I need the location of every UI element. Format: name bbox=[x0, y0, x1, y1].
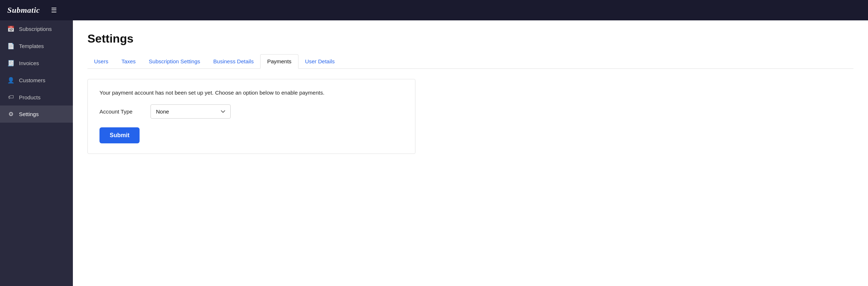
tab-subscription-settings[interactable]: Subscription Settings bbox=[142, 55, 207, 69]
sidebar: 📅 Subscriptions 📄 Templates 🧾 Invoices 👤… bbox=[0, 0, 73, 286]
topbar: Submatic ☰ bbox=[0, 0, 868, 20]
account-type-row: Account Type None Stripe PayPal Square bbox=[99, 104, 403, 119]
main-content: Settings Users Taxes Subscription Settin… bbox=[73, 20, 868, 286]
tab-payments[interactable]: Payments bbox=[260, 54, 298, 69]
sidebar-item-subscriptions[interactable]: 📅 Subscriptions bbox=[0, 20, 73, 37]
sidebar-item-products[interactable]: 🏷 Products bbox=[0, 89, 73, 106]
submit-button[interactable]: Submit bbox=[99, 127, 140, 143]
page-title: Settings bbox=[87, 32, 853, 45]
menu-icon[interactable]: ☰ bbox=[51, 6, 57, 14]
calendar-icon: 📅 bbox=[7, 25, 15, 32]
sidebar-label-subscriptions: Subscriptions bbox=[19, 26, 52, 32]
tab-users[interactable]: Users bbox=[87, 55, 115, 69]
sidebar-label-customers: Customers bbox=[19, 77, 46, 83]
sidebar-item-settings[interactable]: ⚙ Settings bbox=[0, 106, 73, 123]
payment-notice: Your payment account has not been set up… bbox=[99, 90, 403, 96]
invoice-icon: 🧾 bbox=[7, 60, 15, 67]
payments-content-card: Your payment account has not been set up… bbox=[87, 79, 415, 154]
sidebar-item-customers[interactable]: 👤 Customers bbox=[0, 72, 73, 89]
document-icon: 📄 bbox=[7, 43, 15, 49]
tab-business-details[interactable]: Business Details bbox=[207, 55, 260, 69]
tab-taxes[interactable]: Taxes bbox=[115, 55, 142, 69]
sidebar-item-templates[interactable]: 📄 Templates bbox=[0, 37, 73, 55]
app-logo: Submatic bbox=[7, 5, 40, 15]
sidebar-item-invoices[interactable]: 🧾 Invoices bbox=[0, 55, 73, 72]
sidebar-label-templates: Templates bbox=[19, 43, 44, 49]
account-type-select[interactable]: None Stripe PayPal Square bbox=[150, 104, 231, 119]
account-type-label: Account Type bbox=[99, 108, 143, 115]
person-icon: 👤 bbox=[7, 77, 15, 84]
sidebar-label-invoices: Invoices bbox=[19, 60, 39, 66]
settings-tabs: Users Taxes Subscription Settings Busine… bbox=[87, 54, 853, 69]
tag-icon: 🏷 bbox=[7, 94, 15, 100]
tab-user-details[interactable]: User Details bbox=[298, 55, 341, 69]
gear-icon: ⚙ bbox=[7, 111, 15, 118]
sidebar-label-products: Products bbox=[19, 94, 40, 100]
sidebar-label-settings: Settings bbox=[19, 111, 39, 117]
